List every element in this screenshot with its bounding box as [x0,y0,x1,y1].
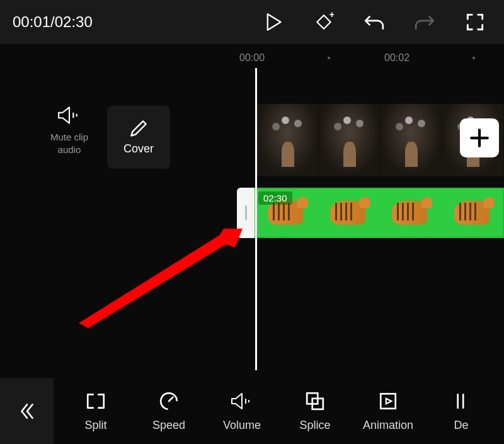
ruler-dot [328,57,330,59]
keyframe-button[interactable]: + [314,12,334,32]
redo-icon [415,13,435,31]
fullscreen-icon [466,13,484,31]
playhead[interactable] [255,68,257,370]
mute-label: Mute clip audio [50,131,88,156]
timeline-editor: Mute clip audio Cover 02:30 [0,68,504,370]
animation-icon [378,391,398,411]
mute-clip-audio-button[interactable]: Mute clip audio [50,106,88,156]
timecode-display: 00:01/02:30 [13,13,257,31]
pencil-icon [130,120,147,137]
redo-button[interactable] [415,12,435,32]
splice-icon [305,391,325,411]
fullscreen-button[interactable] [465,12,485,32]
toolbar-item-label: Animation [363,419,413,432]
timeline-ruler[interactable]: 00:00 00:02 [0,49,504,68]
toolbar-item-label: Volume [223,419,261,432]
chevron-double-left-icon [19,402,35,421]
top-bar: 00:01/02:30 + [0,0,504,44]
ruler-dot [472,57,475,59]
clip-thumbnail [441,189,503,237]
speaker-mute-icon [57,106,81,125]
toolbar-back-button[interactable] [0,378,54,444]
video-thumbnail [257,104,319,176]
undo-button[interactable] [364,12,384,32]
overlay-track: 02:30 [237,188,504,238]
toolbar-splice[interactable]: Splice [284,390,346,432]
partial-icon [456,391,466,411]
toolbar-items: Split Speed Volume [54,390,504,432]
toolbar-delete[interactable]: De [430,390,492,432]
toolbar-volume[interactable]: Volume [211,390,273,432]
clip-duration-badge: 02:30 [258,191,292,205]
toolbar-split[interactable]: Split [65,390,127,432]
toolbar-speed[interactable]: Speed [138,390,200,432]
cover-button[interactable]: Cover [107,106,170,169]
clip-controls: Mute clip audio Cover [50,106,170,169]
playback-controls: + [263,12,491,32]
ruler-mark: 00:02 [384,52,410,64]
split-icon [85,392,106,411]
clip-thumbnail [379,189,441,237]
svg-rect-14 [381,394,395,408]
video-thumbnail [381,104,442,176]
toolbar-item-label: De [454,419,468,432]
toolbar-animation[interactable]: Animation [357,390,419,432]
toolbar-item-label: Speed [152,419,185,432]
toolbar-item-label: Split [84,419,106,432]
add-clip-button[interactable] [460,118,499,157]
video-thumbnail [319,104,381,176]
keyframe-add-icon: + [314,11,334,33]
toolbar-item-label: Splice [299,419,330,432]
svg-marker-6 [79,229,236,328]
speed-icon [159,391,179,411]
edit-toolbar: Split Speed Volume [0,378,504,444]
green-screen-clip[interactable]: 02:30 [255,188,504,238]
svg-text:+: + [329,11,334,20]
play-icon [265,13,282,31]
cover-label: Cover [123,142,154,156]
undo-icon [364,13,384,31]
svg-line-9 [169,397,173,401]
clip-thumbnail [317,189,379,237]
ruler-mark: 00:00 [239,52,265,64]
volume-icon [231,392,253,411]
annotation-arrow [79,229,243,329]
plus-icon [469,127,490,149]
clip-trim-handle[interactable] [237,188,255,238]
play-button[interactable] [263,12,284,32]
